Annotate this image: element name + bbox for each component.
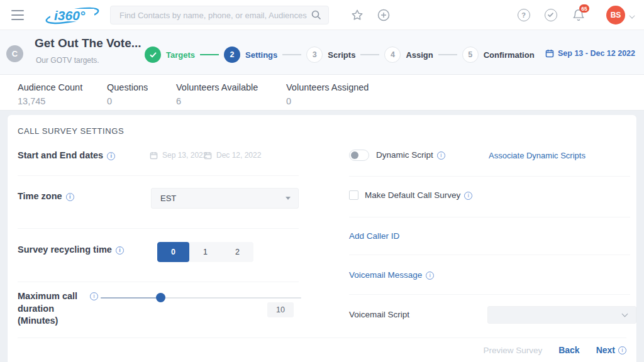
step-scripts-number: 3 xyxy=(306,47,323,63)
step-confirmation-label: Confirmation xyxy=(484,50,535,60)
info-icon[interactable] xyxy=(437,151,445,160)
campaign-date-range[interactable]: Sep 13 - Dec 12 2022 xyxy=(545,49,635,58)
info-icon[interactable] xyxy=(464,192,472,200)
step-settings-number: 2 xyxy=(224,47,240,63)
hamburger-menu-icon[interactable] xyxy=(11,10,24,20)
recycling-segmented-control: 0 1 2 xyxy=(157,242,253,262)
duration-slider-thumb[interactable] xyxy=(156,293,165,302)
step-targets-check-icon xyxy=(145,47,161,63)
step-scripts[interactable]: 3 Scripts xyxy=(306,47,355,63)
stat-audience-count: Audience Count 13,745 xyxy=(18,82,82,106)
recycling-option-2[interactable]: 2 xyxy=(221,242,253,262)
stat-value: 0 xyxy=(107,96,148,106)
timezone-label: Time zone xyxy=(18,191,74,201)
date-range-text: Sep 13 - Dec 12 2022 xyxy=(558,49,635,58)
recycling-option-0[interactable]: 0 xyxy=(157,242,189,262)
user-avatar[interactable]: BS xyxy=(606,6,625,25)
duration-slider-fill xyxy=(101,297,160,299)
step-targets[interactable]: Targets xyxy=(145,47,195,63)
info-icon[interactable] xyxy=(66,193,74,201)
make-default-label: Make Default Call Survey xyxy=(365,190,472,200)
search-icon[interactable] xyxy=(311,9,322,21)
footer-actions: Preview Survey Back Next xyxy=(483,345,626,355)
start-date-value: Sep 13, 2022 xyxy=(162,151,207,160)
info-icon xyxy=(618,346,626,354)
step-assign-label: Assign xyxy=(406,50,433,60)
step-confirmation-number: 5 xyxy=(462,47,479,63)
stat-label: Volunteers Available xyxy=(176,82,258,92)
step-targets-label: Targets xyxy=(166,50,195,60)
favorite-star-icon[interactable] xyxy=(350,8,364,22)
info-icon[interactable] xyxy=(90,292,98,300)
i360-logo[interactable]: i360° xyxy=(43,4,103,29)
end-date-field[interactable]: Dec 12, 2022 xyxy=(204,151,261,160)
start-date-field[interactable]: Sep 13, 2022 xyxy=(150,151,207,160)
step-assign-number: 4 xyxy=(384,47,401,63)
duration-value: 10 xyxy=(267,302,294,317)
avatar-chevron-down-icon[interactable] xyxy=(629,13,635,18)
stat-value: 0 xyxy=(286,96,369,106)
chevron-down-icon xyxy=(622,311,628,317)
campaign-header: C Get Out The Vote... Our GOTV targets. … xyxy=(0,30,644,74)
stats-bar: Audience Count 13,745 Questions 0 Volunt… xyxy=(0,74,644,111)
stat-volunteers-available: Volunteers Available 6 xyxy=(176,82,258,106)
calendar-icon xyxy=(545,49,554,58)
next-button[interactable]: Next xyxy=(596,345,626,355)
max-call-duration-label: Maximum call duration (Minutes) xyxy=(18,290,84,327)
global-search[interactable] xyxy=(110,6,329,25)
next-button-label: Next xyxy=(596,345,615,355)
call-survey-settings-card: CALL SURVEY SETTINGS Start and End dates… xyxy=(8,115,636,362)
divider xyxy=(349,176,630,177)
calendar-icon xyxy=(150,151,158,160)
stat-label: Audience Count xyxy=(18,82,82,92)
divider xyxy=(18,282,299,282)
info-icon[interactable] xyxy=(107,152,115,160)
info-icon[interactable] xyxy=(426,272,434,280)
call-survey-settings-page: i360° 65 BS C Get Out The Vote... O xyxy=(0,0,644,362)
dynamic-script-toggle[interactable] xyxy=(349,150,369,161)
divider xyxy=(349,294,630,295)
back-button[interactable]: Back xyxy=(558,345,579,355)
stat-label: Questions xyxy=(107,82,148,92)
recycling-label: Survey recycling time xyxy=(18,244,124,255)
stat-label: Volunteers Assigned xyxy=(286,82,369,92)
step-connector xyxy=(200,54,219,55)
stat-value: 6 xyxy=(176,96,258,106)
timezone-select[interactable]: EST xyxy=(151,188,299,209)
step-connector xyxy=(282,54,301,55)
divider xyxy=(349,255,630,255)
stat-volunteers-assigned: Volunteers Assigned 0 xyxy=(286,82,369,106)
add-new-icon[interactable] xyxy=(377,9,390,21)
step-confirmation[interactable]: 5 Confirmation xyxy=(462,47,535,63)
step-assign[interactable]: 4 Assign xyxy=(384,47,433,63)
make-default-checkbox[interactable] xyxy=(349,190,358,200)
voicemail-script-label: Voicemail Script xyxy=(349,310,409,319)
step-connector xyxy=(438,54,457,55)
step-settings[interactable]: 2 Settings xyxy=(224,47,277,63)
section-title: CALL SURVEY SETTINGS xyxy=(18,126,124,136)
timezone-value: EST xyxy=(152,194,286,203)
divider xyxy=(18,175,299,176)
recycling-option-1[interactable]: 1 xyxy=(189,242,221,262)
chevron-down-icon xyxy=(286,197,291,200)
associate-dynamic-scripts-link[interactable]: Associate Dynamic Scripts xyxy=(489,151,586,160)
preview-survey-button[interactable]: Preview Survey xyxy=(483,346,542,355)
notification-count-badge[interactable]: 65 xyxy=(579,4,589,13)
add-caller-id-link[interactable]: Add Caller ID xyxy=(349,231,399,241)
divider xyxy=(349,217,630,217)
logo-text: i360° xyxy=(54,8,86,23)
step-scripts-label: Scripts xyxy=(328,50,355,60)
help-icon[interactable] xyxy=(518,9,530,21)
info-icon[interactable] xyxy=(116,246,124,255)
start-end-dates-label: Start and End dates xyxy=(18,150,115,160)
campaign-avatar: C xyxy=(6,45,23,62)
status-check-icon[interactable] xyxy=(545,9,557,21)
page-subtitle: Our GOTV targets. xyxy=(36,56,99,65)
wizard-stepper: Targets 2 Settings 3 Scripts 4 Assign 5 … xyxy=(145,47,535,63)
search-input[interactable] xyxy=(119,11,311,20)
voicemail-message-link[interactable]: Voicemail Message xyxy=(349,270,434,280)
voicemail-script-select[interactable] xyxy=(487,306,636,324)
divider xyxy=(18,228,299,229)
dynamic-script-label: Dynamic Script xyxy=(376,150,445,160)
toggle-knob xyxy=(351,151,358,159)
